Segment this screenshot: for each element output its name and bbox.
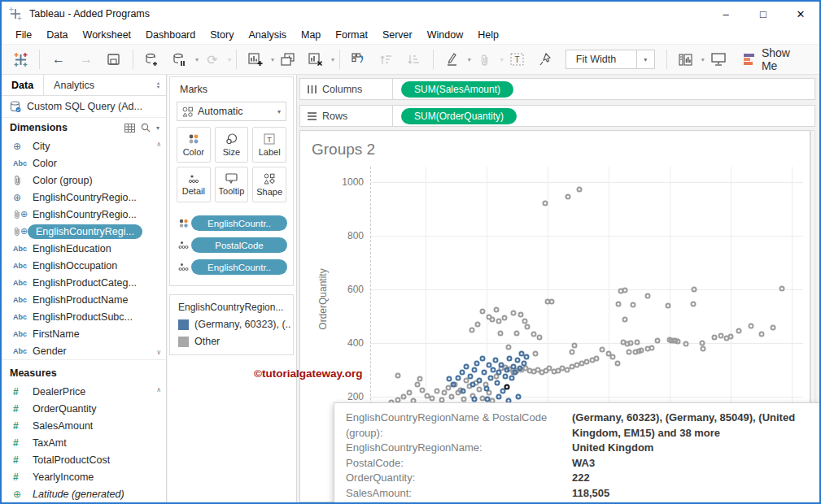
scatter-mark-gray[interactable] (496, 319, 502, 324)
scatter-mark-gray[interactable] (407, 390, 413, 396)
scatter-mark-gray[interactable] (469, 328, 475, 333)
group-members-icon[interactable] (473, 48, 497, 71)
scatter-mark-blue[interactable] (491, 367, 496, 373)
dimension-firstname[interactable]: AbcFirstName (2, 325, 166, 342)
scatter-mark-gray[interactable] (683, 341, 689, 347)
scatter-mark-gray[interactable] (525, 324, 531, 330)
measure-dealerprice[interactable]: #DealerPrice (2, 383, 166, 400)
scatter-mark-blue[interactable] (468, 374, 474, 380)
columns-shelf-pills[interactable]: SUM(SalesAmount) (393, 78, 815, 100)
scatter-mark-blue[interactable] (503, 374, 509, 380)
show-hide-cards-caret-icon[interactable]: ▾ (701, 56, 705, 63)
scroll-down-icon[interactable]: ∨ (156, 349, 161, 356)
scatter-mark-gray[interactable] (594, 356, 600, 362)
scatter-mark-gray[interactable] (700, 341, 705, 346)
scroll-up-icon[interactable]: ∧ (156, 141, 161, 148)
scatter-mark-blue[interactable] (488, 376, 494, 381)
menu-server[interactable]: Server (375, 27, 420, 43)
scatter-mark-gray[interactable] (572, 343, 578, 349)
detail-mark-button[interactable]: Detail (177, 167, 211, 202)
new-worksheet-caret-icon[interactable]: ▾ (271, 56, 274, 63)
scatter-mark-gray[interactable] (570, 350, 575, 355)
scatter-mark-gray[interactable] (692, 287, 697, 293)
scatter-mark-gray[interactable] (417, 376, 423, 382)
mark-type-caret-icon[interactable]: ▾ (277, 108, 281, 115)
new-data-source-icon[interactable] (140, 48, 164, 71)
clear-sheet-caret-icon[interactable]: ▾ (331, 56, 334, 63)
scatter-mark-gray[interactable] (636, 349, 642, 354)
scatter-mark-blue[interactable] (516, 394, 522, 400)
dimension-englishcountryregio[interactable]: ⊕EnglishCountryRegio... (2, 189, 166, 206)
shape-mark-button[interactable]: Shape (252, 167, 286, 202)
menu-window[interactable]: Window (420, 27, 470, 43)
scatter-mark-blue[interactable] (496, 370, 502, 376)
scatter-mark-gray[interactable] (498, 331, 504, 337)
scatter-mark-gray[interactable] (631, 302, 636, 308)
highlight-caret-icon[interactable]: ▾ (468, 56, 471, 63)
scatter-mark-blue[interactable] (511, 364, 517, 370)
dimension-city[interactable]: ⊕City (2, 137, 166, 154)
dimension-englishcountryregio[interactable]: ⊕EnglishCountryRegio... (2, 206, 166, 223)
scatter-mark-gray[interactable] (430, 396, 435, 402)
scatter-mark-gray[interactable] (622, 317, 628, 323)
measure-latitude-generated[interactable]: ⊕Latitude (generated) (2, 485, 166, 502)
dimension-englishproductname[interactable]: AbcEnglishProductName (2, 291, 166, 308)
undo-icon[interactable]: ← (46, 48, 71, 71)
scatter-mark-blue[interactable] (447, 376, 452, 382)
scatter-mark-blue[interactable] (524, 354, 530, 360)
menu-analysis[interactable]: Analysis (241, 27, 294, 43)
scatter-mark-gray[interactable] (728, 334, 734, 340)
scatter-mark-gray[interactable] (701, 346, 706, 352)
run-update-caret-icon[interactable]: ▾ (228, 56, 231, 63)
scatter-mark-gray[interactable] (522, 319, 528, 324)
fit-selector-caret-icon[interactable]: ▾ (636, 50, 654, 68)
scatter-mark-blue[interactable] (482, 370, 487, 376)
scatter-mark-blue[interactable] (460, 370, 465, 376)
scatter-mark-gray[interactable] (622, 288, 628, 293)
menu-data[interactable]: Data (39, 27, 75, 43)
scatter-mark-gray[interactable] (502, 315, 508, 321)
scatter-mark-gray[interactable] (600, 347, 605, 353)
scatter-mark-gray[interactable] (615, 361, 621, 367)
scatter-mark-blue[interactable] (522, 361, 527, 367)
scatter-mark-blue[interactable] (507, 356, 513, 362)
scatter-mark-gray[interactable] (475, 322, 481, 328)
size-mark-button[interactable]: Size (215, 127, 249, 163)
scatter-mark-blue[interactable] (456, 376, 461, 381)
scatter-mark-blue[interactable] (515, 358, 521, 363)
legend-item[interactable]: Other (178, 336, 285, 347)
new-worksheet-icon[interactable] (243, 48, 268, 71)
scatter-mark-gray[interactable] (566, 194, 571, 200)
sort-ascending-icon[interactable] (374, 48, 399, 71)
show-mark-labels-icon[interactable]: T (505, 48, 530, 71)
scatter-mark-blue[interactable] (472, 397, 478, 402)
menu-help[interactable]: Help (470, 27, 506, 43)
fix-axes-icon[interactable] (533, 48, 557, 71)
dimension-englishproductcateg[interactable]: AbcEnglishProductCateg... (2, 274, 166, 291)
columns-pill-sum-salesamount[interactable]: SUM(SalesAmount) (401, 81, 513, 98)
scatter-mark-blue[interactable] (504, 367, 510, 373)
scatter-mark-gray[interactable] (645, 293, 651, 299)
scatter-mark-gray[interactable] (649, 345, 655, 351)
scatter-mark-gray[interactable] (712, 335, 718, 341)
scatter-mark-gray[interactable] (477, 387, 483, 393)
find-field-icon[interactable] (141, 123, 151, 133)
scatter-mark-blue[interactable] (509, 376, 515, 381)
tableau-logo-icon[interactable] (8, 48, 33, 71)
measure-salesamount[interactable]: #SalesAmount (2, 417, 166, 434)
scatter-mark-gray[interactable] (655, 338, 661, 344)
measure-taxamt[interactable]: #TaxAmt (2, 434, 166, 451)
presentation-mode-icon[interactable] (706, 48, 731, 71)
scatter-mark-blue[interactable] (451, 382, 456, 388)
tab-analytics[interactable]: Analytics (44, 75, 104, 95)
scatter-mark-gray[interactable] (691, 302, 697, 307)
scatter-mark-gray[interactable] (420, 388, 426, 393)
legend-item[interactable]: (Germany, 60323), (.. (178, 319, 285, 330)
measure-yearlyincome[interactable]: #YearlyIncome (2, 468, 166, 485)
scatter-mark-blue[interactable] (485, 397, 491, 402)
show-hide-cards-icon[interactable] (674, 48, 698, 71)
marks-pill[interactable]: EnglishCountr.. (191, 215, 287, 231)
scatter-mark-gray[interactable] (616, 302, 622, 307)
scatter-mark-gray[interactable] (543, 201, 548, 206)
scatter-mark-gray[interactable] (395, 373, 401, 379)
